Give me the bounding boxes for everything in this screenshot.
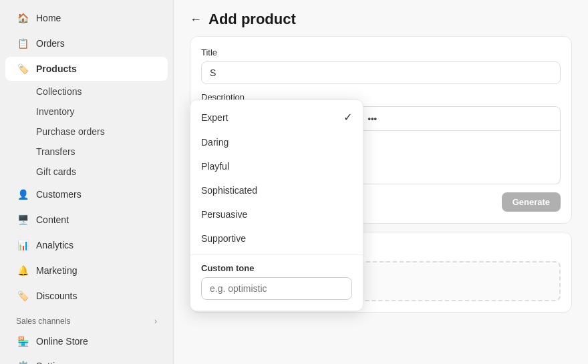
sidebar-sub-label: Collections bbox=[36, 86, 82, 97]
sidebar-sub-label: Transfers bbox=[36, 146, 76, 157]
dropdown-item-expert[interactable]: Expert ✓ bbox=[190, 104, 363, 130]
sidebar-item-label: Marketing bbox=[36, 265, 77, 276]
sidebar-sub-item-transfers[interactable]: Transfers bbox=[5, 142, 168, 161]
dropdown-item-supportive[interactable]: Supportive bbox=[190, 226, 363, 250]
dropdown-item-label: Persuasive bbox=[201, 209, 247, 220]
discounts-icon: 🏷️ bbox=[16, 289, 29, 303]
sidebar-item-home[interactable]: 🏠 Home bbox=[5, 6, 168, 30]
sales-channels-label: Sales channels › bbox=[0, 309, 173, 329]
sidebar-item-analytics[interactable]: 📊 Analytics bbox=[5, 233, 168, 257]
generate-button[interactable]: Generate bbox=[502, 192, 561, 212]
title-input[interactable] bbox=[201, 61, 561, 84]
analytics-icon: 📊 bbox=[16, 238, 29, 252]
dropdown-item-label: Daring bbox=[201, 137, 229, 148]
sidebar-sub-label: Gift cards bbox=[36, 166, 76, 177]
main-content: ← Add product Title Description B I U A▾… bbox=[174, 0, 588, 364]
orders-icon: 📋 bbox=[16, 37, 29, 50]
page-title: Add product bbox=[208, 11, 296, 28]
sidebar-item-label: Home bbox=[36, 13, 61, 23]
dropdown-divider bbox=[190, 254, 363, 255]
sidebar-sub-item-purchase-orders[interactable]: Purchase orders bbox=[5, 122, 168, 141]
check-icon: ✓ bbox=[343, 111, 352, 124]
more-button[interactable]: ••• bbox=[363, 111, 381, 126]
chevron-right-icon: › bbox=[154, 317, 157, 326]
sidebar-sub-item-gift-cards[interactable]: Gift cards bbox=[5, 162, 168, 181]
sidebar-item-settings[interactable]: ⚙️ Settings bbox=[5, 354, 168, 364]
sidebar-item-orders[interactable]: 📋 Orders bbox=[5, 31, 168, 55]
content-icon: 🖥️ bbox=[16, 213, 29, 226]
content-area: Title Description B I U A▾ ≡▾ 🔗 😊 ▶ ••• bbox=[174, 36, 588, 364]
sidebar-item-customers[interactable]: 👤 Customers bbox=[5, 182, 168, 206]
sidebar-item-label: Orders bbox=[36, 38, 65, 49]
customers-icon: 👤 bbox=[16, 188, 29, 201]
sidebar-item-label: Online Store bbox=[36, 336, 88, 347]
sidebar-item-discounts[interactable]: 🏷️ Discounts bbox=[5, 284, 168, 308]
custom-tone-input[interactable] bbox=[201, 277, 352, 300]
dropdown-item-label: Playful bbox=[201, 161, 229, 172]
online-store-icon: 🏪 bbox=[16, 335, 29, 348]
dropdown-item-label: Sophisticated bbox=[201, 185, 257, 196]
sidebar-item-label: Analytics bbox=[36, 240, 74, 250]
sidebar-sub-item-collections[interactable]: Collections bbox=[5, 82, 168, 101]
sidebar-item-label: Content bbox=[36, 214, 69, 225]
tone-dropdown[interactable]: Expert ✓ Daring Playful Sophisticated Pe… bbox=[190, 100, 363, 311]
sidebar-item-label: Customers bbox=[36, 189, 82, 200]
custom-tone-label: Custom tone bbox=[201, 263, 352, 273]
products-icon: 🏷️ bbox=[16, 62, 29, 75]
sidebar-item-label: Settings bbox=[36, 361, 70, 364]
sidebar-item-marketing[interactable]: 🔔 Marketing bbox=[5, 258, 168, 283]
sidebar-item-label: Products bbox=[36, 63, 77, 74]
dropdown-item-label: Supportive bbox=[201, 233, 246, 244]
settings-icon: ⚙️ bbox=[16, 359, 29, 364]
dropdown-item-daring[interactable]: Daring bbox=[190, 130, 363, 154]
dropdown-item-playful[interactable]: Playful bbox=[190, 154, 363, 178]
sidebar-sub-item-inventory[interactable]: Inventory bbox=[5, 102, 168, 121]
dropdown-item-persuasive[interactable]: Persuasive bbox=[190, 202, 363, 226]
dropdown-item-sophisticated[interactable]: Sophisticated bbox=[190, 178, 363, 202]
sidebar: 🏠 Home 📋 Orders 🏷️ Products Collections … bbox=[0, 0, 174, 364]
sidebar-item-content[interactable]: 🖥️ Content bbox=[5, 208, 168, 232]
page-header: ← Add product bbox=[174, 0, 588, 36]
sidebar-item-products[interactable]: 🏷️ Products bbox=[5, 57, 168, 81]
sidebar-sub-label: Purchase orders bbox=[36, 126, 105, 137]
home-icon: 🏠 bbox=[16, 11, 29, 25]
title-label: Title bbox=[201, 47, 561, 57]
sidebar-item-online-store[interactable]: 🏪 Online Store bbox=[5, 329, 168, 353]
sidebar-item-label: Discounts bbox=[36, 291, 77, 301]
sidebar-sub-label: Inventory bbox=[36, 106, 75, 117]
custom-tone-section: Custom tone bbox=[190, 259, 363, 307]
dropdown-item-label: Expert bbox=[201, 112, 228, 123]
back-button[interactable]: ← bbox=[190, 13, 202, 27]
marketing-icon: 🔔 bbox=[16, 264, 29, 277]
